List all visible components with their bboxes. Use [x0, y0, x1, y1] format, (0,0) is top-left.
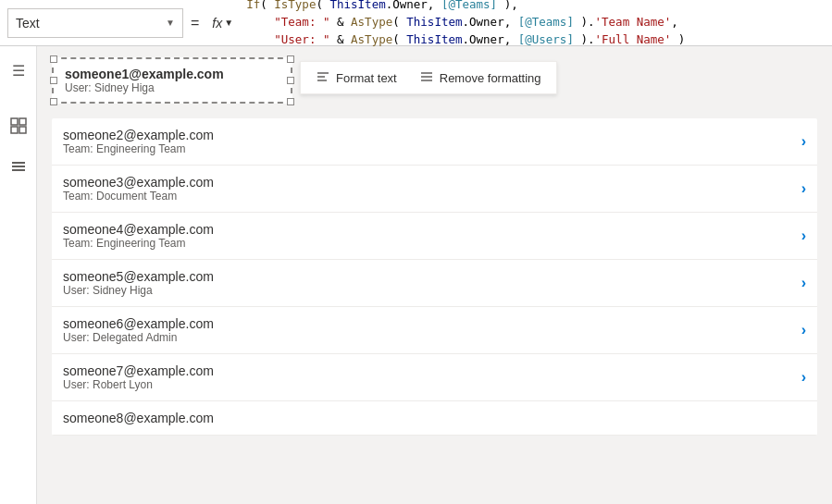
list-item-chevron-icon: ›	[801, 369, 806, 386]
formula-display: If( IsType( ThisItem.Owner, [@Teams] ), …	[239, 0, 825, 53]
list-item-chevron-icon: ›	[801, 275, 806, 291]
list-item-content: someone7@example.com User: Robert Lyon	[63, 363, 801, 391]
svg-rect-4	[12, 162, 25, 164]
list-items-wrapper: someone2@example.com Team: Engineering T…	[52, 118, 817, 436]
list-item-email: someone3@example.com	[63, 175, 801, 190]
svg-rect-5	[12, 166, 25, 167]
resize-handle-mr[interactable]	[287, 77, 294, 84]
field-selector-text: Text	[16, 16, 158, 31]
partial-item-email: someone8@example.com	[63, 411, 806, 425]
list-item[interactable]: someone4@example.com Team: Engineering T…	[52, 213, 817, 260]
list-item-sub: User: Sidney Higa	[63, 284, 801, 297]
remove-formatting-label: Remove formatting	[440, 71, 541, 85]
format-text-label: Format text	[336, 71, 397, 85]
list-item-content: someone3@example.com Team: Document Team	[63, 175, 801, 203]
selected-item-email: someone1@example.com	[65, 67, 279, 81]
list-item[interactable]: someone3@example.com Team: Document Team…	[52, 166, 817, 213]
main-area: ☰	[0, 46, 832, 504]
app-container: Text ▼ = fx ▼ If( IsType( ThisItem.Owner…	[0, 0, 832, 504]
svg-rect-1	[19, 118, 26, 125]
list-item-chevron-icon: ›	[801, 227, 806, 244]
list-item-email: someone4@example.com	[63, 222, 801, 237]
list-item-sub: Team: Engineering Team	[63, 142, 801, 155]
list-item-content: someone6@example.com User: Delegated Adm…	[63, 316, 801, 344]
layers-icon[interactable]	[2, 109, 35, 142]
list-item-chevron-icon: ›	[801, 133, 806, 150]
resize-handle-br[interactable]	[287, 98, 294, 105]
resize-handle-tr[interactable]	[287, 55, 294, 63]
list-item[interactable]: someone5@example.com User: Sidney Higa ›	[52, 260, 817, 307]
list-item[interactable]: someone2@example.com Team: Engineering T…	[52, 118, 817, 166]
hamburger-icon[interactable]: ☰	[2, 54, 35, 87]
list-item-email: someone6@example.com	[63, 316, 801, 331]
fx-chevron: ▼	[224, 18, 233, 28]
list-item-sub: Team: Engineering Team	[63, 237, 801, 250]
canvas-area: someone1@example.com User: Sidney Higa	[37, 46, 832, 504]
list-item-content: someone2@example.com Team: Engineering T…	[63, 128, 801, 155]
list-item-content: someone5@example.com User: Sidney Higa	[63, 269, 801, 297]
format-text-button[interactable]: Format text	[304, 63, 408, 92]
fx-label: fx	[212, 16, 222, 31]
field-selector[interactable]: Text ▼	[7, 8, 183, 38]
svg-rect-6	[12, 169, 25, 171]
list-item-partial[interactable]: someone8@example.com	[52, 401, 817, 436]
equals-sign: =	[191, 15, 199, 31]
svg-rect-0	[11, 118, 18, 125]
grid-icon[interactable]	[2, 150, 35, 183]
selected-item-sub: User: Sidney Higa	[65, 81, 279, 94]
sidebar: ☰	[0, 46, 37, 504]
fx-button[interactable]: fx ▼	[206, 8, 239, 38]
format-toolbar: Format text Remove formatting	[300, 61, 557, 94]
chevron-down-icon: ▼	[166, 18, 175, 28]
list-item-chevron-icon: ›	[801, 322, 806, 338]
list-item-sub: User: Delegated Admin	[63, 331, 801, 344]
format-text-icon	[316, 69, 330, 87]
content-wrapper: someone1@example.com User: Sidney Higa	[37, 46, 832, 504]
resize-handle-tl[interactable]	[50, 55, 57, 63]
list-item-email: someone7@example.com	[63, 363, 801, 378]
selected-item-card[interactable]: someone1@example.com User: Sidney Higa	[52, 57, 292, 104]
list-item[interactable]: someone7@example.com User: Robert Lyon ›	[52, 354, 817, 401]
list-item-sub: Team: Document Team	[63, 190, 801, 203]
list-item-sub: User: Robert Lyon	[63, 378, 801, 391]
list-container: someone2@example.com Team: Engineering T…	[37, 111, 832, 504]
remove-formatting-icon	[419, 69, 434, 87]
list-item-email: someone2@example.com	[63, 128, 801, 142]
list-item-content: someone4@example.com Team: Engineering T…	[63, 222, 801, 250]
top-section: someone1@example.com User: Sidney Higa	[37, 46, 832, 111]
svg-rect-3	[19, 127, 26, 133]
resize-handle-bl[interactable]	[50, 98, 57, 105]
remove-formatting-button[interactable]: Remove formatting	[408, 63, 553, 92]
list-item-email: someone5@example.com	[63, 269, 801, 284]
list-item-chevron-icon: ›	[801, 180, 806, 197]
resize-handle-ml[interactable]	[50, 77, 57, 84]
svg-rect-2	[11, 127, 18, 133]
formula-bar: Text ▼ = fx ▼ If( IsType( ThisItem.Owner…	[0, 0, 832, 46]
list-item[interactable]: someone6@example.com User: Delegated Adm…	[52, 307, 817, 354]
